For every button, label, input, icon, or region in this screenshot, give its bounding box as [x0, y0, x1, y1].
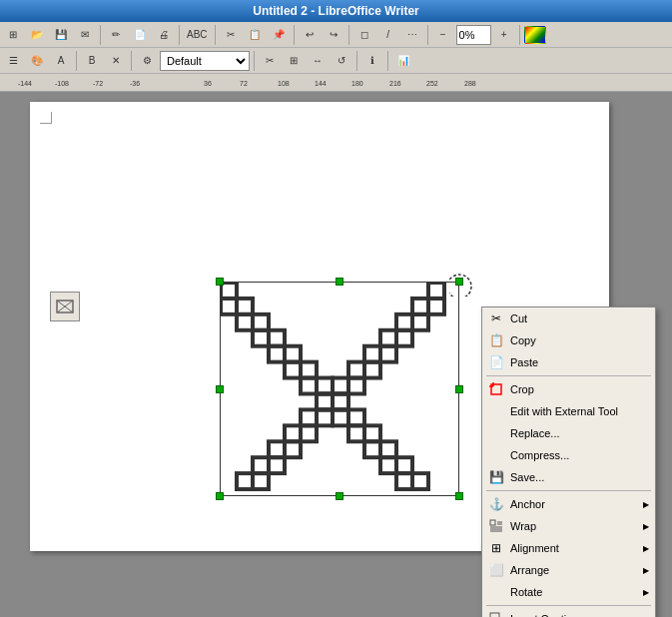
- svg-rect-32: [396, 314, 412, 330]
- toolbar-draw[interactable]: ◻: [353, 24, 375, 46]
- sep2: [179, 25, 180, 45]
- toolbar-cut[interactable]: ✂: [220, 24, 242, 46]
- toolbar-pdf[interactable]: 📄: [129, 24, 151, 46]
- svg-rect-12: [285, 362, 301, 378]
- menu-item-alignment[interactable]: ⊞ Alignment: [482, 537, 655, 559]
- toolbar-rotate2[interactable]: ↺: [331, 50, 352, 72]
- handle-bottom-right[interactable]: [455, 492, 463, 500]
- svg-rect-30: [412, 299, 428, 314]
- toolbar-open[interactable]: 📂: [26, 24, 48, 46]
- svg-rect-25: [396, 457, 412, 473]
- sep11: [356, 51, 357, 71]
- paste-label: Paste: [510, 356, 538, 368]
- selected-image[interactable]: .px{fill:none;stroke:#333;stroke-width:0…: [220, 282, 499, 501]
- menu-item-save[interactable]: 💾 Save...: [482, 466, 655, 488]
- svg-rect-15: [317, 378, 333, 394]
- ruler-mark: 72: [240, 80, 248, 87]
- sep5: [348, 25, 349, 45]
- toolbar-save[interactable]: 💾: [50, 24, 72, 46]
- toolbar-row-2: ☰ 🎨 A B ✕ ⚙ Default ✂ ⊞ ↔ ↺ ℹ 📊: [0, 48, 672, 74]
- menu-item-replace[interactable]: Replace...: [482, 422, 655, 444]
- toolbar-paste[interactable]: 📌: [268, 24, 290, 46]
- toolbar-zoom-in[interactable]: +: [493, 24, 515, 46]
- ruler-mark: 288: [464, 80, 476, 87]
- toolbar-flip[interactable]: ↔: [307, 50, 329, 72]
- handle-middle-right[interactable]: [455, 385, 463, 393]
- svg-rect-16: [317, 393, 333, 409]
- menu-item-copy[interactable]: 📋 Copy: [482, 329, 655, 351]
- svg-rect-46: [285, 425, 301, 441]
- toolbar-bold[interactable]: B: [81, 50, 103, 72]
- toolbar-style[interactable]: A: [50, 50, 72, 72]
- alignment-label: Alignment: [510, 542, 559, 554]
- insert-caption-icon: [486, 609, 506, 617]
- toolbar-spellcheck[interactable]: ABC: [184, 24, 211, 46]
- toolbar-line[interactable]: /: [377, 24, 399, 46]
- toolbar-delete[interactable]: ✕: [105, 50, 127, 72]
- save-icon: 💾: [486, 467, 506, 487]
- svg-rect-57: [490, 520, 495, 525]
- toolbar-color[interactable]: [524, 26, 546, 44]
- insert-caption-label: Insert Caption...: [510, 613, 588, 617]
- toolbar-align[interactable]: ⊞: [283, 50, 305, 72]
- style-select[interactable]: Default: [160, 51, 250, 71]
- wrap-label: Wrap: [510, 520, 536, 532]
- crop-label: Crop: [510, 383, 534, 395]
- toolbar-new[interactable]: ⊞: [2, 24, 24, 46]
- toolbar-email[interactable]: ✉: [74, 24, 96, 46]
- save-label: Save...: [510, 471, 544, 483]
- toolbar-undo[interactable]: ↩: [299, 24, 321, 46]
- toolbar-para[interactable]: ☰: [2, 50, 24, 72]
- menu-item-insert-caption[interactable]: Insert Caption...: [482, 608, 655, 617]
- toolbar-edit-mode[interactable]: ✏: [105, 24, 127, 46]
- toolbar-copy[interactable]: 📋: [244, 24, 266, 46]
- menu-item-crop[interactable]: Crop: [482, 378, 655, 400]
- menu-item-compress[interactable]: Compress...: [482, 444, 655, 466]
- svg-rect-35: [380, 346, 396, 362]
- ruler-mark: 252: [426, 80, 438, 87]
- svg-rect-27: [412, 473, 428, 489]
- handle-bottom-center[interactable]: [336, 492, 343, 500]
- toolbar-zoom-out[interactable]: −: [432, 24, 454, 46]
- copy-label: Copy: [510, 334, 536, 346]
- menu-item-anchor[interactable]: ⚓ Anchor: [482, 493, 655, 515]
- ruler-mark: -144: [18, 80, 32, 87]
- menu-item-wrap[interactable]: Wrap: [482, 515, 655, 537]
- toolbar-info[interactable]: ℹ: [361, 50, 383, 72]
- rotate-icon: [486, 582, 506, 602]
- toolbar-more[interactable]: ⋯: [401, 24, 423, 46]
- toolbar-redo[interactable]: ↪: [323, 24, 344, 46]
- arrange-icon: ⬜: [486, 560, 506, 580]
- svg-rect-7: [253, 314, 269, 330]
- ruler: -144 -108 -72 -36 36 72 108 144 180 216 …: [0, 74, 672, 92]
- toolbar-print[interactable]: 🖨: [153, 24, 175, 46]
- handle-top-left[interactable]: [216, 278, 224, 286]
- toolbar-scissors[interactable]: ✂: [259, 50, 281, 72]
- menu-item-cut[interactable]: ✂ Cut: [482, 308, 655, 329]
- toolbar-row-1: ⊞ 📂 💾 ✉ ✏ 📄 🖨 ABC ✂ 📋 📌 ↩ ↪ ◻ / ⋯ − +: [0, 22, 672, 48]
- alignment-icon: ⊞: [486, 538, 506, 558]
- svg-rect-48: [269, 441, 285, 457]
- svg-rect-43: [317, 409, 333, 425]
- anchor-label: Anchor: [510, 498, 545, 510]
- replace-icon: [486, 423, 506, 443]
- menu-item-edit-external[interactable]: Edit with External Tool: [482, 400, 655, 422]
- menu-item-rotate[interactable]: Rotate: [482, 581, 655, 603]
- pixel-art-x: .px{fill:none;stroke:#333;stroke-width:0…: [221, 283, 459, 496]
- svg-rect-47: [285, 441, 301, 457]
- sep10: [254, 51, 255, 71]
- menu-item-arrange[interactable]: ⬜ Arrange: [482, 559, 655, 581]
- rotate-label: Rotate: [510, 586, 542, 598]
- paste-icon: 📄: [486, 352, 506, 372]
- cut-icon: ✂: [486, 308, 506, 328]
- cut-label: Cut: [510, 312, 527, 324]
- handle-top-center[interactable]: [336, 278, 343, 286]
- toolbar-insert[interactable]: ⚙: [136, 50, 158, 72]
- left-side-icon: [50, 292, 80, 321]
- toolbar-chart[interactable]: 📊: [392, 50, 414, 72]
- zoom-input[interactable]: [456, 25, 491, 45]
- menu-item-paste[interactable]: 📄 Paste: [482, 351, 655, 373]
- handle-bottom-left[interactable]: [216, 492, 224, 500]
- handle-middle-left[interactable]: [216, 385, 224, 393]
- toolbar-color2[interactable]: 🎨: [26, 50, 48, 72]
